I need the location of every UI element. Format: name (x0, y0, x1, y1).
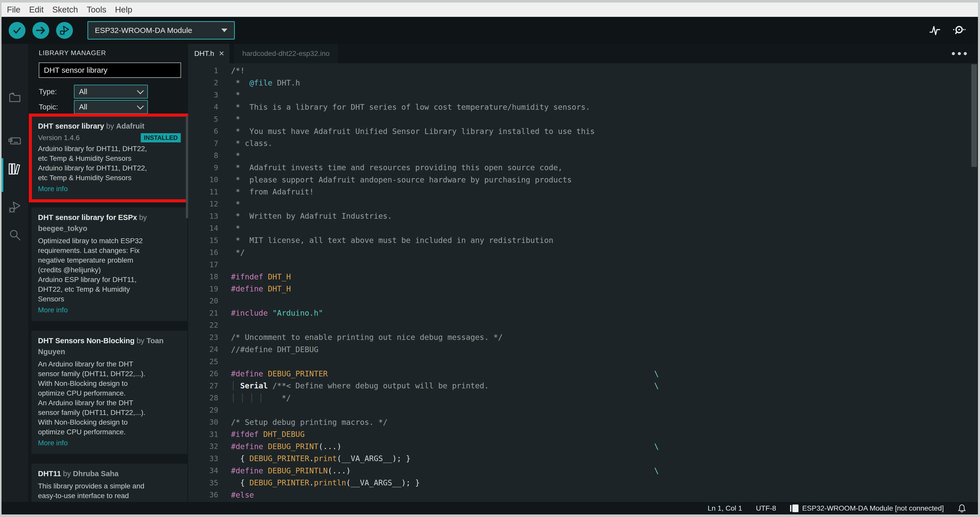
more-info-link[interactable]: More info (38, 438, 181, 448)
line-content: * This is a library for DHT series of lo… (231, 101, 978, 113)
line-content: #ifdef DHT_DEBUG (231, 428, 978, 440)
topic-filter-select[interactable]: All (74, 100, 148, 114)
code-line: 10 * please support Adafruit andopen-sou… (188, 174, 978, 186)
debug-button[interactable] (56, 22, 73, 39)
code-line: 2 * @file DHT.h (188, 77, 978, 89)
library-entry[interactable]: DHT sensor library for ESPx by beegee_to… (31, 207, 188, 321)
code-line: 19#define DHT_H (188, 283, 978, 295)
line-number: 21 (188, 309, 218, 318)
entry-author: Dhruba Saha (73, 469, 119, 478)
line-number: 28 (188, 394, 218, 402)
line-continuation-backslash: \ (654, 381, 659, 390)
tab-label: hardcoded-dht22-esp32.ino (242, 49, 329, 57)
tab-label: DHT.h (194, 49, 214, 57)
entry-author: Adafruit (116, 122, 144, 130)
editor-scrollbar[interactable] (971, 64, 977, 167)
code-line: 13 * Written by Adafruit Industries. (188, 210, 978, 222)
entry-description: Optimized libray to match ESP32 requirem… (38, 236, 181, 304)
panel-scrollbar[interactable] (186, 116, 188, 218)
encoding[interactable]: UTF-8 (756, 504, 776, 512)
board-status[interactable]: ESP32-WROOM-DA Module [not connected] (790, 504, 944, 512)
entry-author: beegee_tokyo (38, 224, 87, 233)
library-entry[interactable]: DHT Sensors Non-Blocking by Toan NguyenA… (31, 331, 188, 454)
sidebar-item-search[interactable] (8, 228, 22, 243)
code-line: 35 { DEBUG_PRINTER.println(__VA_ARGS__);… (188, 477, 978, 489)
line-number: 18 (188, 272, 218, 281)
line-content: #else (231, 489, 978, 501)
library-entry[interactable]: DHT11 by Dhruba SahaThis library provide… (31, 464, 188, 502)
code-line: 30/* Setup debug printing macros. */ (188, 416, 978, 428)
serial-monitor-icon[interactable] (953, 24, 966, 36)
line-content: * (231, 222, 978, 235)
line-content: #define DEBUG_PRINT(...)\ (231, 501, 978, 502)
type-filter-select[interactable]: All (74, 85, 148, 99)
line-number: 30 (188, 418, 218, 426)
code-line: 24//#define DHT_DEBUG (188, 343, 978, 356)
entry-name: DHT11 (38, 469, 61, 478)
code-line: 14 * (188, 222, 978, 235)
cursor-position[interactable]: Ln 1, Col 1 (708, 504, 742, 512)
entry-title: DHT Sensors Non-Blocking by Toan Nguyen (38, 336, 181, 358)
menu-help[interactable]: Help (111, 5, 137, 14)
code-line: 32#define DEBUG_PRINT(...)\ (188, 440, 978, 453)
library-entry-list: DHT sensor library by AdafruitVersion 1.… (31, 116, 188, 502)
verify-button[interactable] (9, 22, 25, 39)
line-number: 19 (188, 284, 218, 293)
tab-dht-h[interactable]: DHT.h✕ (188, 44, 229, 63)
sidebar-item-boards-manager[interactable] (8, 134, 22, 148)
library-search-input[interactable] (39, 62, 181, 78)
sidebar-item-library-manager[interactable] (8, 162, 22, 176)
line-content: #define DHT_H (231, 283, 978, 295)
line-content: #define DEBUG_PRINTLN(...)\ (231, 465, 978, 477)
line-number: 32 (188, 442, 218, 451)
line-content (231, 404, 978, 416)
chevron-down-icon (137, 87, 144, 94)
code-line: 33 { DEBUG_PRINTER.print(__VA_ARGS__); } (188, 452, 978, 465)
notifications-bell-icon[interactable] (958, 504, 966, 513)
code-line: 5 * (188, 113, 978, 125)
line-number: 2 (188, 78, 218, 87)
status-bar: Ln 1, Col 1 UTF-8 ESP32-WROOM-DA Module … (2, 502, 978, 514)
code-line: 34#define DEBUG_PRINTLN(...)\ (188, 465, 978, 477)
more-info-link[interactable]: More info (38, 305, 181, 315)
menu-bar: FileEditSketchToolsHelp (2, 3, 978, 17)
line-number: 27 (188, 381, 218, 390)
line-content: */ (231, 246, 978, 259)
line-content: //#define DHT_DEBUG (231, 343, 978, 356)
line-content: { DEBUG_PRINTER.println(__VA_ARGS__); } (231, 477, 978, 489)
line-content (231, 319, 978, 332)
code-line: 27│ Serial /**< Define where debug outpu… (188, 380, 978, 392)
upload-button[interactable] (32, 22, 49, 39)
editor-overflow-menu-icon[interactable]: ••• (951, 51, 978, 56)
line-continuation-backslash: \ (654, 442, 659, 451)
code-line: 1/*! (188, 65, 978, 77)
board-selector[interactable]: ESP32-WROOM-DA Module (88, 21, 235, 40)
type-filter-label: Type: (39, 88, 74, 96)
serial-plotter-icon[interactable] (929, 24, 941, 36)
code-line: 15 * MIT license, all text above must be… (188, 234, 978, 246)
menu-sketch[interactable]: Sketch (48, 5, 82, 14)
line-content (231, 356, 978, 368)
sidebar-item-sketchbook[interactable] (8, 90, 22, 105)
line-number: 35 (188, 479, 218, 487)
code-line: 29 (188, 404, 978, 416)
line-number: 3 (188, 91, 218, 99)
code-line: 7 * class. (188, 137, 978, 150)
more-info-link[interactable]: More info (38, 184, 181, 194)
close-tab-icon[interactable]: ✕ (219, 49, 224, 57)
library-entry[interactable]: DHT sensor library by AdafruitVersion 1.… (31, 116, 188, 200)
line-content: * Adafruit invests time and resources pr… (231, 161, 978, 174)
line-content: * You must have Adafruit Unified Sensor … (231, 125, 978, 137)
entry-name: DHT Sensors Non-Blocking (38, 337, 135, 345)
menu-file[interactable]: File (3, 5, 25, 14)
line-content: * (231, 150, 978, 162)
sidebar-item-debug[interactable] (8, 200, 22, 214)
entry-name: DHT sensor library for ESPx (38, 213, 137, 222)
line-number: 12 (188, 199, 218, 208)
menu-tools[interactable]: Tools (82, 5, 111, 14)
line-number: 4 (188, 102, 218, 111)
code-line: 28│ │ │ │ */ (188, 392, 978, 404)
menu-edit[interactable]: Edit (25, 5, 48, 14)
line-content: #define DEBUG_PRINTER\ (231, 368, 978, 380)
tab-hardcoded-dht22-esp32-ino[interactable]: hardcoded-dht22-esp32.ino (234, 44, 337, 63)
